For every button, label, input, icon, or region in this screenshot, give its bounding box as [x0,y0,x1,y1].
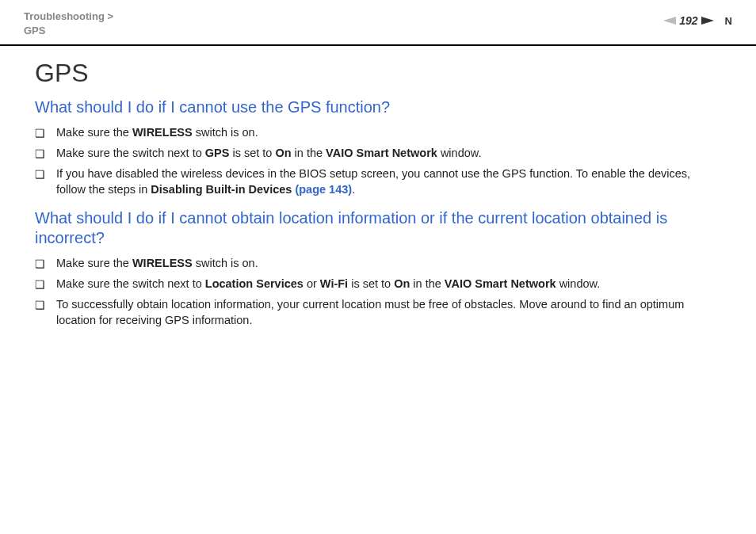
bullet-icon: ❑ [35,126,45,141]
breadcrumb-section: Troubleshooting > [24,10,113,24]
page-header: Troubleshooting > GPS 192 N [0,0,756,46]
list-item: ❑ Make sure the switch next to Location … [35,277,721,292]
bullet-list-2: ❑ Make sure the WIRELESS switch is on. ❑… [35,256,721,328]
page-link[interactable]: (page 143) [295,183,352,196]
bullet-list-1: ❑ Make sure the WIRELESS switch is on. ❑… [35,125,721,197]
bullet-icon: ❑ [35,298,45,313]
bullet-text: Make sure the WIRELESS switch is on. [56,125,721,141]
nav-prev-icon[interactable] [663,17,676,25]
svg-marker-0 [663,17,676,25]
nav-next-icon[interactable] [701,17,714,25]
bullet-icon: ❑ [35,277,45,292]
breadcrumb-page: GPS [24,24,113,38]
list-item: ❑ If you have disabled the wireless devi… [35,166,721,197]
bullet-text: Make sure the switch next to Location Se… [56,277,721,292]
bullet-icon: ❑ [35,257,45,272]
n-marker: N [725,15,732,27]
breadcrumb: Troubleshooting > GPS [24,10,113,38]
list-item: ❑ Make sure the switch next to GPS is se… [35,146,721,162]
svg-marker-1 [701,17,714,25]
bullet-text: Make sure the switch next to GPS is set … [56,146,721,162]
bullet-text: To successfully obtain location informat… [56,297,721,328]
section-heading-1: What should I do if I cannot use the GPS… [35,97,721,117]
page-title: GPS [35,59,721,88]
bullet-text: If you have disabled the wireless device… [56,166,721,197]
section-heading-2: What should I do if I cannot obtain loca… [35,208,721,248]
page-number: 192 [679,14,697,27]
bullet-text: Make sure the WIRELESS switch is on. [56,256,721,272]
bullet-icon: ❑ [35,147,45,162]
list-item: ❑ Make sure the WIRELESS switch is on. [35,256,721,272]
page-content: GPS What should I do if I cannot use the… [0,46,756,355]
bullet-icon: ❑ [35,167,45,182]
list-item: ❑ Make sure the WIRELESS switch is on. [35,125,721,141]
page-nav: 192 N [663,14,732,27]
list-item: ❑ To successfully obtain location inform… [35,297,721,328]
